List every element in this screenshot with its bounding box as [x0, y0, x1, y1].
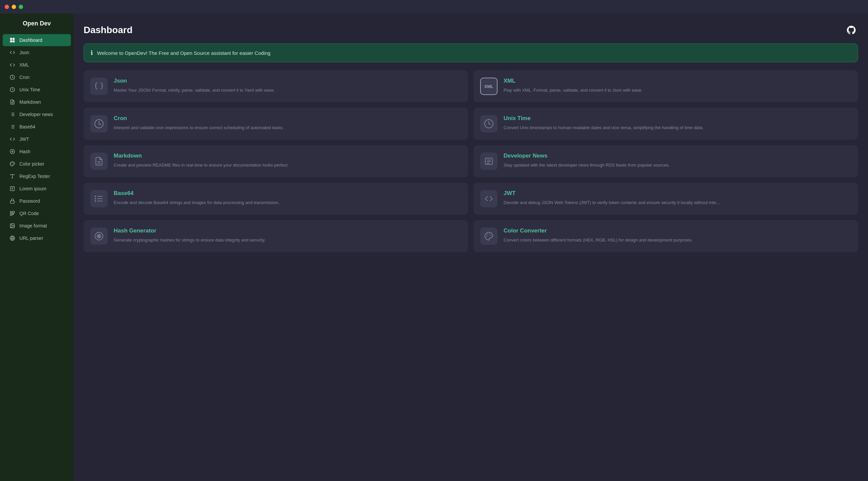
sidebar-label-color-picker: Color picker [20, 161, 44, 167]
card-icon-hash [90, 228, 108, 245]
card-unix-time[interactable]: Unix TimeConvert Unix timestamps to huma… [473, 108, 858, 140]
sidebar-label-cron: Cron [20, 74, 29, 80]
svg-point-22 [11, 164, 11, 164]
svg-point-50 [95, 198, 96, 199]
card-desc-jwt: Decode and debug JSON Web Tokens (JWT) t… [503, 199, 851, 206]
sidebar: Open Dev DashboardJsonXMLCronUnix TimeMa… [0, 13, 73, 481]
sidebar-item-markdown[interactable]: Markdown [3, 96, 71, 108]
sidebar-icon-hash [9, 149, 16, 154]
svg-rect-30 [10, 211, 12, 213]
sidebar-icon-jwt [9, 136, 16, 142]
sidebar-item-jwt[interactable]: JWT [3, 133, 71, 145]
sidebar-label-password: Password [20, 198, 40, 204]
github-button[interactable] [845, 23, 858, 37]
card-title-color-converter: Color Converter [503, 228, 851, 234]
sidebar-item-regexp[interactable]: RegExp Tester [3, 170, 71, 182]
card-desc-xml: Play with XML. Format, parse, validate, … [503, 87, 851, 94]
sidebar-item-qr-code[interactable]: QR Code [3, 207, 71, 219]
cards-grid: JsonMaster Your JSON! Format, minify, pa… [84, 70, 858, 252]
svg-point-52 [98, 236, 100, 237]
card-body-base64: Base64Encode and decode Base64 strings a… [114, 190, 461, 206]
minimize-button[interactable] [12, 5, 16, 9]
sidebar-icon-json [9, 50, 16, 56]
card-body-markdown: MarkdownCreate and preview README files … [114, 153, 461, 169]
card-icon-json [90, 78, 108, 95]
sidebar-item-json[interactable]: Json [3, 47, 71, 59]
card-icon-developer-news [480, 153, 498, 170]
svg-point-18 [12, 151, 13, 152]
sidebar-icon-image-format [9, 223, 16, 229]
card-developer-news[interactable]: Developer NewsStay updated with the late… [473, 145, 858, 177]
sidebar-icon-markdown [9, 99, 16, 105]
svg-rect-32 [10, 214, 12, 215]
sidebar-icon-color-picker [9, 161, 16, 167]
sidebar-label-markdown: Markdown [20, 99, 41, 105]
sidebar-icon-unix-time [9, 87, 16, 93]
sidebar-icon-cron [9, 74, 16, 80]
card-json[interactable]: JsonMaster Your JSON! Format, minify, pa… [84, 70, 468, 102]
sidebar-icon-url-parser [9, 235, 16, 241]
close-button[interactable] [5, 5, 9, 9]
svg-point-17 [10, 149, 14, 153]
maximize-button[interactable] [19, 5, 23, 9]
card-desc-color-converter: Convert colors between different formats… [503, 237, 851, 243]
card-desc-cron: Interpret and validate cron expressions … [114, 124, 461, 131]
sidebar-item-xml[interactable]: XML [3, 59, 71, 71]
svg-point-21 [11, 163, 12, 163]
sidebar-item-url-parser[interactable]: URL parser [3, 232, 71, 244]
main-content: Dashboard ℹ Welcome to OpenDev! The Free… [73, 13, 868, 481]
sidebar-icon-lorem [9, 186, 16, 192]
svg-point-19 [13, 162, 13, 163]
sidebar-icon-regexp [9, 173, 16, 179]
sidebar-item-password[interactable]: Password [3, 195, 71, 207]
card-markdown[interactable]: MarkdownCreate and preview README files … [84, 145, 468, 177]
sidebar-item-color-picker[interactable]: Color picker [3, 158, 71, 170]
sidebar-icon-password [9, 198, 16, 204]
svg-rect-0 [10, 38, 12, 40]
card-body-unix-time: Unix TimeConvert Unix timestamps to huma… [503, 115, 851, 131]
sidebar-label-base64: Base64 [20, 124, 35, 129]
sidebar-label-developer-news: Developer news [20, 112, 53, 117]
titlebar [0, 0, 868, 13]
card-cron[interactable]: CronInterpret and validate cron expressi… [84, 108, 468, 140]
card-jwt[interactable]: JWTDecode and debug JSON Web Tokens (JWT… [473, 183, 858, 215]
sidebar-icon-qr-code [9, 210, 16, 216]
sidebar-item-lorem[interactable]: Lorem ipsum [3, 183, 71, 195]
svg-point-56 [487, 236, 487, 237]
card-color-converter[interactable]: Color ConverterConvert colors between di… [473, 220, 858, 252]
sidebar-item-unix-time[interactable]: Unix Time [3, 84, 71, 96]
card-title-markdown: Markdown [114, 153, 461, 159]
sidebar-icon-base64 [9, 124, 16, 130]
card-body-cron: CronInterpret and validate cron expressi… [114, 115, 461, 131]
card-desc-hash: Generate cryptographic hashes for string… [114, 237, 461, 243]
sidebar-item-cron[interactable]: Cron [3, 71, 71, 83]
card-body-color-converter: Color ConverterConvert colors between di… [503, 228, 851, 243]
sidebar-label-image-format: Image format [20, 223, 47, 229]
card-title-json: Json [114, 78, 461, 84]
welcome-banner: ℹ Welcome to OpenDev! The Free and Open … [84, 43, 858, 62]
card-icon-unix-time [480, 115, 498, 132]
sidebar-item-base64[interactable]: Base64 [3, 121, 71, 133]
info-icon: ℹ [91, 49, 93, 57]
card-base64[interactable]: Base64Encode and decode Base64 strings a… [84, 183, 468, 215]
sidebar-item-image-format[interactable]: Image format [3, 220, 71, 232]
card-xml[interactable]: XMLXMLPlay with XML. Format, parse, vali… [473, 70, 858, 102]
sidebar-item-hash[interactable]: Hash [3, 146, 71, 157]
card-desc-developer-news: Stay updated with the latest developer n… [503, 162, 851, 169]
sidebar-label-jwt: JWT [20, 137, 29, 142]
svg-point-49 [95, 196, 96, 197]
card-title-xml: XML [503, 78, 851, 84]
card-desc-unix-time: Convert Unix timestamps to human-readabl… [503, 124, 851, 131]
main-header: Dashboard [84, 23, 858, 37]
card-title-jwt: JWT [503, 190, 851, 197]
page-title: Dashboard [84, 25, 132, 35]
sidebar-label-hash: Hash [20, 149, 30, 154]
card-body-xml: XMLPlay with XML. Format, parse, validat… [503, 78, 851, 94]
sidebar-item-dashboard[interactable]: Dashboard [3, 34, 71, 46]
sidebar-icon-xml [9, 62, 16, 68]
card-hash[interactable]: Hash GeneratorGenerate cryptographic has… [84, 220, 468, 252]
sidebar-icon-dashboard [9, 37, 16, 43]
svg-rect-29 [10, 201, 14, 203]
sidebar-item-developer-news[interactable]: Developer news [3, 109, 71, 120]
sidebar-label-xml: XML [20, 62, 29, 67]
